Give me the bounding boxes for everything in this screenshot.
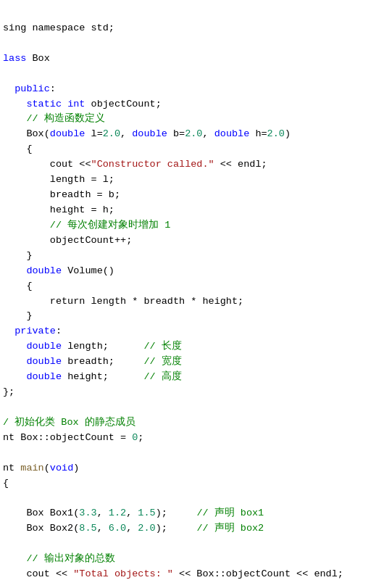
code-token: ) (73, 463, 79, 473)
code-token: { (3, 144, 33, 154)
code-line: } (0, 249, 384, 264)
code-token: 2.0 (267, 128, 285, 139)
code-token: 1.5 (138, 508, 155, 518)
code-line-content: double Volume() (3, 264, 381, 279)
code-line-content: private: (3, 324, 381, 339)
code-token: h= (255, 128, 267, 139)
code-token: 2.0 (138, 523, 155, 534)
code-line-content: breadth = b; (3, 188, 381, 203)
code-token: length; (67, 341, 143, 352)
code-token: Box (33, 53, 50, 64)
code-line: Box(double l=2.0, double b=2.0, double h… (0, 127, 384, 142)
code-token: , (126, 523, 138, 534)
code-token: Box( (3, 128, 50, 139)
code-line: lass Box (0, 51, 384, 67)
code-line: cout <<"Constructor called." << endl; (0, 157, 384, 173)
code-line (0, 537, 384, 552)
code-token: / 初始化类 Box 的静态成员 (3, 417, 135, 428)
code-line-content: // 每次创建对象时增加 1 (3, 218, 381, 233)
code-token: double (26, 265, 67, 276)
code-token: ; (138, 432, 143, 443)
code-line: public: (0, 82, 384, 97)
code-line: private: (0, 324, 384, 339)
code-line-content: { (3, 279, 381, 294)
code-token: << endl; (214, 159, 267, 170)
code-token: nt Box::objectCount = (3, 432, 132, 443)
code-line-content (3, 537, 381, 552)
code-token: << Box::objectCount << endl; (173, 568, 343, 579)
code-token: l= (91, 128, 103, 139)
code-line: / 初始化类 Box 的静态成员 (0, 415, 384, 431)
code-line-content: cout <<"Constructor called." << endl; (3, 157, 381, 173)
code-line-content: lass Box (3, 51, 381, 67)
code-line-content: return length * breadth * height; (3, 294, 381, 310)
code-token: breadth = b; (3, 189, 120, 200)
code-line-content: double length; // 长度 (3, 339, 381, 355)
code-token: double (132, 128, 173, 139)
code-token: // 每次创建对象时增加 1 (50, 220, 171, 231)
code-line (0, 400, 384, 415)
code-line: height = h; (0, 203, 384, 218)
code-line-content (3, 67, 381, 82)
code-token: // 高度 (143, 371, 181, 382)
code-line: double length; // 长度 (0, 339, 384, 355)
code-line-content: } (3, 309, 381, 324)
code-token: }; (3, 386, 14, 397)
code-token: b= (173, 128, 185, 139)
code-line-content: { (3, 142, 381, 157)
code-token: Volume() (67, 265, 114, 276)
code-editor: sing namespace std; lass Box public: sta… (0, 0, 384, 588)
code-line: Box Box1(3.3, 1.2, 1.5); // 声明 box1 (0, 506, 384, 521)
code-token: double (26, 341, 67, 352)
code-line (0, 36, 384, 51)
code-token (3, 113, 26, 124)
code-token: length = l; (3, 174, 114, 185)
code-line-content: double breadth; // 宽度 (3, 355, 381, 370)
code-line-content (3, 400, 381, 415)
code-line: // 输出对象的总数 (0, 552, 384, 567)
code-line: double breadth; // 宽度 (0, 355, 384, 370)
code-line: return length * breadth * height; (0, 294, 384, 310)
code-token: ( (44, 463, 50, 473)
code-line: sing namespace std; (0, 21, 384, 36)
code-token: static (3, 99, 67, 109)
code-token: 3.3 (79, 508, 96, 518)
code-line (0, 492, 384, 507)
code-line-content: public: (3, 82, 381, 97)
code-token: cout << (3, 568, 73, 579)
code-line: nt main(void) (0, 461, 384, 476)
code-line-content: cout << "Total objects: " << Box::object… (3, 567, 381, 582)
code-line-content (3, 446, 381, 461)
code-line: }; (0, 385, 384, 400)
code-line-content: length = l; (3, 173, 381, 188)
code-token: height = h; (3, 204, 114, 215)
code-token: "Total objects: " (73, 568, 173, 579)
code-token (3, 220, 50, 231)
code-line-content (3, 492, 381, 507)
code-line-content: objectCount++; (3, 233, 381, 249)
code-line: breadth = b; (0, 188, 384, 203)
code-line: nt Box::objectCount = 0; (0, 431, 384, 446)
code-token: ); (156, 508, 197, 518)
code-line: cout << "Total objects: " << Box::object… (0, 567, 384, 582)
code-token: 2.0 (103, 128, 120, 139)
code-line (0, 582, 384, 588)
code-line-content: / 初始化类 Box 的静态成员 (3, 415, 381, 431)
code-line: { (0, 476, 384, 492)
code-token: private (3, 326, 56, 336)
code-token: Box Box2( (3, 523, 79, 534)
code-line-content: nt main(void) (3, 461, 381, 476)
code-token: } (3, 250, 33, 261)
code-line-content: Box(double l=2.0, double b=2.0, double h… (3, 127, 381, 142)
code-line: double Volume() (0, 264, 384, 279)
code-token: lass (3, 53, 33, 64)
code-line-content (3, 36, 381, 51)
code-token: 2.0 (185, 128, 202, 139)
code-token: , (120, 128, 132, 139)
code-token: return length * breadth * height; (3, 296, 243, 307)
code-token: // 输出对象的总数 (26, 553, 114, 564)
code-line-content: height = h; (3, 203, 381, 218)
code-token: , (97, 523, 109, 534)
code-line: } (0, 309, 384, 324)
code-token: ) (285, 128, 291, 139)
